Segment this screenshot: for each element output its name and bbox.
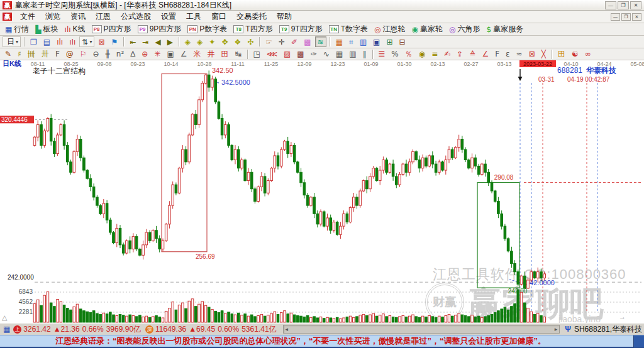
x-box-button[interactable]: ⊠ <box>526 49 538 60</box>
fine-grid-button[interactable]: ▦ <box>333 49 345 60</box>
keyboard-grid-icon[interactable]: ▦ <box>3 325 10 334</box>
gann-diamond-6-button[interactable]: ✣ <box>245 36 256 47</box>
winner-service-button[interactable]: $赢家服务 <box>484 24 526 35</box>
red-window-button[interactable]: 田 <box>219 49 231 60</box>
gann-target-button[interactable]: ⊕ <box>139 49 150 60</box>
transfer-button[interactable]: ⊟ <box>396 36 408 47</box>
k-angle-button[interactable]: ∠ <box>178 49 190 60</box>
index-scrollbar[interactable]: ◂ ▸ <box>283 325 560 334</box>
color-flag-button[interactable]: ⚑ <box>109 36 121 47</box>
save-button[interactable]: ▣ <box>370 36 382 47</box>
gann-wheel-button[interactable]: ◎江恩轮 <box>372 24 408 35</box>
gann-diamond-2-button[interactable]: ◈ <box>194 36 205 47</box>
menu-item-news[interactable]: 资讯 <box>65 10 91 23</box>
9t-square-button[interactable]: T99T四方形 <box>277 24 325 35</box>
f-line-button[interactable]: Ϝ <box>492 49 502 60</box>
shanghai-index-icon[interactable]: 上 <box>13 325 21 334</box>
menu-item-settings[interactable]: 设置 <box>156 10 181 23</box>
e-bars-button[interactable]: ☰ <box>376 49 388 60</box>
parallel-lines-button[interactable]: ∥ <box>360 49 369 60</box>
step-forward-button[interactable]: ▶ <box>165 36 175 47</box>
p-digit-table-button[interactable]: PNP数字表 <box>185 24 230 35</box>
notebook-button[interactable]: ▥ <box>357 36 369 47</box>
zigzag-button[interactable]: ∿ <box>321 49 332 60</box>
calculator-button[interactable]: ⌗ <box>347 36 356 47</box>
jump-last-button[interactable]: ⇥ <box>140 36 151 47</box>
menu-item-formula-select[interactable]: 公式选股 <box>116 10 156 23</box>
red-grid-button[interactable]: 井 <box>205 49 218 60</box>
menu-item-gann[interactable]: 江恩 <box>91 10 116 23</box>
box-corner-button[interactable]: ◳ <box>251 49 263 60</box>
spiral-button[interactable]: @ <box>64 49 76 60</box>
crosshair-button[interactable]: ✛ <box>276 36 287 47</box>
a-compass-button[interactable]: ∆ <box>128 49 138 60</box>
menu-item-trade-order[interactable]: 交易委托 <box>231 10 272 23</box>
grid-down-button[interactable]: 卅 <box>39 49 52 60</box>
export-data-button[interactable]: ⊞ <box>384 36 395 47</box>
kline-chart[interactable]: 684345622281242.000008-1108-2509-0809-23… <box>0 60 644 323</box>
ray-fan-button[interactable]: ⋘ <box>264 49 280 60</box>
photo-frame-button[interactable]: ▣ <box>164 49 176 60</box>
child-minimize-button[interactable]: — <box>611 13 620 21</box>
yinyang-button[interactable]: ☯ <box>569 49 581 60</box>
comb-ruler-button[interactable]: ♯ <box>15 49 24 60</box>
hexagon-button[interactable]: ◎六角形 <box>447 24 482 35</box>
shenzhen-index-icon[interactable]: 深 <box>145 325 153 334</box>
menu-item-browse[interactable]: 浏览 <box>40 10 65 23</box>
scroll-left-arrow-icon[interactable]: ◂ <box>286 326 289 332</box>
maximize-button[interactable]: ❐ <box>618 1 629 9</box>
x-cross-button[interactable]: ╳ <box>539 49 548 60</box>
percent-red-button[interactable]: ％ <box>402 49 415 60</box>
kline-bars-button[interactable]: ılı <box>54 36 65 47</box>
slope-line-button[interactable]: ∠ <box>479 49 491 60</box>
percent-button[interactable]: % <box>389 49 401 60</box>
table-grid-button[interactable]: 田 <box>555 49 568 60</box>
sectors-button[interactable]: ▙板块 <box>33 24 60 35</box>
p-square-button[interactable]: P8P四方形 <box>89 24 134 35</box>
e-line-button[interactable]: ε <box>503 49 513 60</box>
menu-item-file[interactable]: 文件 <box>15 10 40 23</box>
n-square-button[interactable]: n² <box>114 49 126 60</box>
child-close-button[interactable]: ✕ <box>632 13 641 21</box>
calendar-button[interactable]: ▦ <box>333 36 345 47</box>
menu-item-tools[interactable]: 工具 <box>181 10 206 23</box>
hatch-box-button[interactable]: ▨ <box>281 49 293 60</box>
line-pen-button[interactable]: ✑ <box>308 49 319 60</box>
coarse-grid-button[interactable]: ▥ <box>347 49 358 60</box>
wave-line-button[interactable]: ≈ <box>514 49 525 60</box>
menu-item-help[interactable]: 帮助 <box>272 10 297 23</box>
solid-box-button[interactable]: ▩ <box>294 49 306 60</box>
gann-diamond-3-button[interactable]: ✦ <box>206 36 218 47</box>
board-view-button[interactable]: ▤ <box>41 36 53 47</box>
kline-bars-2-button[interactable]: ıIı <box>67 36 78 47</box>
step-back-button[interactable]: ◀ <box>152 36 163 47</box>
scroll-right-arrow-icon[interactable]: ▸ <box>555 326 558 332</box>
close-button[interactable]: ✕ <box>630 1 641 9</box>
f-tool-button[interactable]: F <box>53 49 62 60</box>
quotes-button[interactable]: ▦行情 <box>3 24 31 35</box>
gann-diamond-4-button[interactable]: ✥ <box>219 36 230 47</box>
sign-pen-button[interactable]: ✍ <box>441 49 453 60</box>
chart-area[interactable]: 江恩工具软件 QQ:100800360 财赢 赢家聊吧 jiaoba.yin8 … <box>0 60 644 323</box>
winner-wheel-button[interactable]: ◉赢家轮 <box>409 24 445 35</box>
minimize-button[interactable]: — <box>605 1 616 9</box>
marker-flag-button[interactable]: ⚐ <box>77 49 89 60</box>
kline-button[interactable]: ılıK线 <box>62 24 88 35</box>
9p-square-button[interactable]: P99P四方形 <box>135 24 184 35</box>
infinity-button[interactable]: ∞ <box>582 49 594 60</box>
pan-hand-button[interactable]: ☞ <box>263 36 275 47</box>
period-button[interactable]: 日▾ <box>3 36 21 47</box>
dual-window-button[interactable]: ❐ <box>28 36 40 47</box>
draw-pen-button[interactable]: ✐ <box>289 36 300 47</box>
scroll-right-hint-icon[interactable]: → <box>619 313 626 320</box>
wave-tool-button[interactable]: ≋ <box>315 36 326 47</box>
rail-ruler-button[interactable]: ╫ <box>103 49 113 60</box>
red-comb-button[interactable]: 米 <box>191 49 204 60</box>
child-restore-button[interactable]: ❐ <box>621 13 631 21</box>
kx-frame-button[interactable]: ⊠ <box>96 36 107 47</box>
pink-grid-button[interactable]: ▩ <box>301 36 313 47</box>
pencil-button[interactable]: ✎ <box>3 49 14 60</box>
circle-cut-button[interactable]: ⊖ <box>91 49 102 60</box>
ray-burst-button[interactable]: ✳ <box>152 49 163 60</box>
gold-bars-button[interactable]: ≡ <box>429 49 440 60</box>
